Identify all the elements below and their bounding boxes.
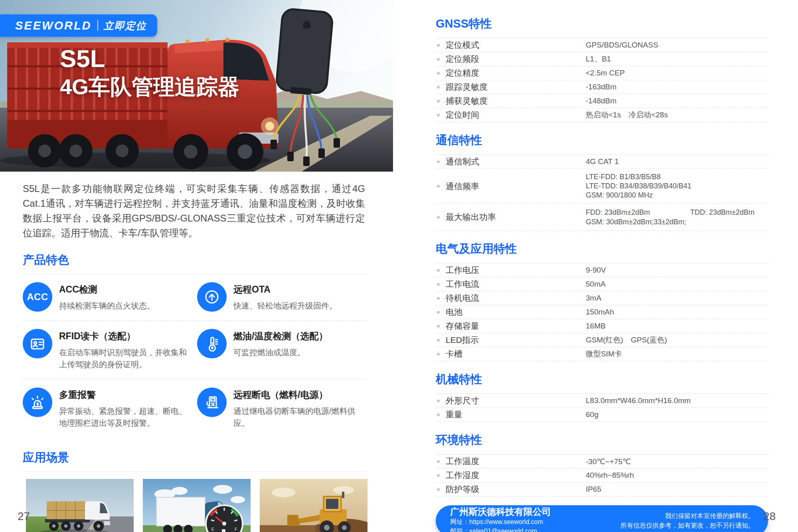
company-website: 网址：https://www.seeworld.com bbox=[450, 518, 551, 526]
disclaimer-line2: 所有信息仅供参考，如有更改，恕不另行通知。 bbox=[620, 521, 755, 530]
spec-value: GSM(红色) GPS(蓝色) bbox=[586, 335, 768, 345]
spec-row: 工作温度 -30℃~+75℃ bbox=[436, 455, 768, 469]
badge-divider bbox=[97, 20, 98, 31]
hero-banner: SEEWORLD 立即定位 S5L 4G车队管理追踪器 bbox=[0, 0, 393, 172]
freq-gsm: GSM: 900/1800 MHz bbox=[586, 191, 768, 200]
feature-acc: ACC ACC检测 持续检测车辆的点火状态。 bbox=[23, 282, 197, 312]
ota-upgrade-icon bbox=[197, 282, 227, 312]
page-number-right: 28 bbox=[763, 510, 776, 523]
scenario-gallery: 物流与配送 bbox=[26, 479, 393, 532]
spec-value: 50mA bbox=[586, 280, 768, 289]
section-environmental: 环境特性 工作温度 -30℃~+75℃ 工作湿度 40%rh~85%rh 防护等… bbox=[436, 432, 768, 496]
spec-row: 重量 60g bbox=[436, 408, 768, 422]
spec-label: LED指示 bbox=[446, 334, 586, 346]
freq-lte-fdd: LTE-FDD: B1/B3/B5/B8 bbox=[586, 172, 768, 182]
bullet-icon bbox=[437, 269, 440, 272]
feature-title: 燃油/温度检测（选配） bbox=[233, 330, 328, 342]
company-email: 邮箱：sales01@seeworld.com bbox=[450, 527, 551, 532]
feature-title: RFID读卡（选配） bbox=[59, 330, 187, 342]
feature-desc: 在启动车辆时识别驾驶员，并收集和上传驾驶员的身份证明。 bbox=[59, 346, 187, 370]
section-heading: 通信特性 bbox=[436, 133, 768, 148]
spec-value: 16MB bbox=[586, 322, 768, 330]
bullet-icon bbox=[437, 311, 440, 314]
bullet-icon bbox=[437, 283, 440, 286]
section-mechanical: 机械特性 外形尺寸 L83.0mm*W46.0mm*H16.0mm 重量 60g bbox=[436, 372, 768, 422]
section-heading: 机械特性 bbox=[436, 372, 768, 388]
product-model: S5L bbox=[60, 44, 239, 73]
feature-desc: 快速、轻松地远程升级固件。 bbox=[233, 300, 337, 312]
spec-label: 定位精度 bbox=[446, 67, 586, 79]
page-right: GNSS特性 定位模式 GPS/BDS/GLONASS 定位频段 L1、B1 定… bbox=[436, 16, 768, 532]
fuel-monitoring-photo: E F bbox=[143, 479, 251, 532]
feature-title: 多重报警 bbox=[59, 389, 187, 401]
freq-lte-tdd: LTE-TDD: B34/B38/B39/B40/B41 bbox=[586, 182, 768, 191]
spec-label: 存储容量 bbox=[446, 320, 586, 332]
spec-label: 防护等级 bbox=[446, 484, 586, 495]
section-communication: 通信特性 通信制式 4G CAT 1 通信频率 LTE-FDD: B1/B3/B… bbox=[436, 133, 768, 231]
feature-title: 远程断电（燃料/电源） bbox=[233, 389, 361, 401]
feature-ota: 远程OTA 快速、轻松地远程升级固件。 bbox=[197, 282, 367, 312]
spec-label: 电池 bbox=[446, 307, 586, 318]
fuel-temperature-icon bbox=[197, 329, 227, 358]
svg-text:F: F bbox=[235, 527, 237, 532]
page-number-left: 27 bbox=[18, 510, 30, 523]
spec-row: 存储容量 16MB bbox=[436, 319, 768, 333]
section-electrical: 电气及应用特性 工作电压 9-90V 工作电流 50mA 待机电流 3mA 电池… bbox=[436, 241, 768, 361]
spec-value: IP65 bbox=[586, 485, 768, 494]
spec-label: 外形尺寸 bbox=[446, 395, 586, 406]
remote-cutoff-icon bbox=[197, 388, 227, 417]
spec-label: 跟踪灵敏度 bbox=[446, 81, 586, 93]
scenarios-heading: 应用场景 bbox=[23, 450, 393, 466]
spec-label: 卡槽 bbox=[446, 348, 586, 360]
scenario-machinery: 工程机械 bbox=[260, 479, 367, 532]
feature-row: RFID读卡（选配） 在启动车辆时识别驾驶员，并收集和上传驾驶员的身份证明。 燃… bbox=[23, 321, 367, 380]
rfid-card-icon bbox=[23, 329, 52, 358]
company-footer: 广州斯沃德科技有限公司 网址：https://www.seeworld.com … bbox=[436, 505, 768, 532]
section-heading: 电气及应用特性 bbox=[436, 241, 768, 257]
scenario-fuel-monitoring: E F 油量监控 bbox=[143, 479, 251, 532]
spec-value: 150mAh bbox=[586, 308, 768, 316]
brand-logo: SEEWORLD bbox=[15, 19, 92, 32]
feature-rfid: RFID读卡（选配） 在启动车辆时识别驾驶员，并收集和上传驾驶员的身份证明。 bbox=[23, 329, 197, 370]
spec-row: 定位频段 L1、B1 bbox=[436, 52, 768, 66]
company-name: 广州斯沃德科技有限公司 bbox=[450, 506, 551, 517]
brand-tagline: 立即定位 bbox=[104, 19, 147, 32]
spec-value: -148dBm bbox=[586, 97, 768, 105]
bullet-icon bbox=[437, 339, 440, 342]
spec-row: 电池 150mAh bbox=[436, 305, 768, 319]
spec-row: 定位时间 热启动<1s 冷启动<28s bbox=[436, 108, 768, 122]
spec-row: 定位精度 <2.5m CEP bbox=[436, 66, 768, 80]
feature-title: 远程OTA bbox=[233, 283, 337, 296]
feature-grid: ACC ACC检测 持续检测车辆的点火状态。 远程OTA bbox=[23, 274, 367, 438]
machinery-photo bbox=[260, 479, 367, 532]
spec-row: 定位模式 GPS/BDS/GLONASS bbox=[436, 38, 768, 52]
feature-fuel-temp: 燃油/温度检测（选配） 可监控燃油或温度。 bbox=[197, 329, 367, 370]
svg-text:E: E bbox=[211, 527, 214, 532]
spec-label: 工作温度 bbox=[446, 456, 586, 467]
feature-multi-alarm: 多重报警 异常振动、紧急报警，超速、断电、地理围栏进出等及时报警。 bbox=[23, 388, 197, 429]
spec-label: 重量 bbox=[446, 409, 586, 420]
section-heading: GNSS特性 bbox=[436, 16, 768, 32]
spec-row: 最大输出功率 FDD: 23dBm±2dBm TDD: 23dBm±2dBm G… bbox=[436, 204, 768, 231]
logistics-photo bbox=[26, 479, 134, 532]
spec-label: 捕获灵敏度 bbox=[446, 95, 586, 107]
spec-value: 60g bbox=[586, 410, 768, 419]
spec-row: 通信频率 LTE-FDD: B1/B3/B5/B8 LTE-TDD: B34/B… bbox=[436, 169, 768, 204]
spec-value: 40%rh~85%rh bbox=[586, 471, 768, 480]
spec-row: 工作电压 9-90V bbox=[436, 263, 768, 277]
power-fdd: FDD: 23dBm±2dBm bbox=[586, 208, 690, 217]
bullet-icon bbox=[437, 353, 440, 356]
spec-label: 定位频段 bbox=[446, 53, 586, 65]
spec-value: 微型SIM卡 bbox=[586, 349, 768, 359]
spec-row: 外形尺寸 L83.0mm*W46.0mm*H16.0mm bbox=[436, 394, 768, 408]
acc-icon: ACC bbox=[23, 282, 52, 312]
scenario-logistics: 物流与配送 bbox=[26, 479, 134, 532]
spec-value: -30℃~+75℃ bbox=[586, 457, 768, 466]
bullet-icon bbox=[437, 460, 440, 463]
spec-row: 卡槽 微型SIM卡 bbox=[436, 347, 768, 361]
spec-row: 跟踪灵敏度 -163dBm bbox=[436, 80, 768, 94]
brochure-spread: SEEWORLD 立即定位 S5L 4G车队管理追踪器 S5L是一款多功能物联网… bbox=[0, 0, 798, 532]
spec-label: 待机电流 bbox=[446, 293, 586, 304]
brand-badge: SEEWORLD 立即定位 bbox=[0, 14, 157, 37]
bullet-icon bbox=[437, 72, 440, 75]
